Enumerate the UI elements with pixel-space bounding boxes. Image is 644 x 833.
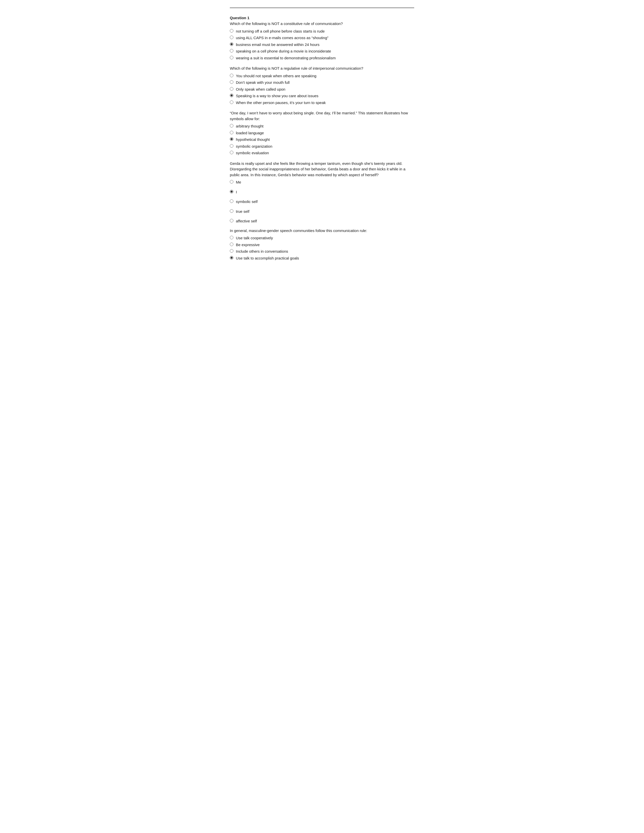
question1-section: Question 1 Which of the following is NOT…	[230, 16, 414, 61]
radio-button[interactable]	[230, 80, 233, 84]
question4-text: Gerda is really upset and she feels like…	[230, 161, 414, 178]
list-item[interactable]: true self	[230, 209, 414, 215]
radio-button[interactable]	[230, 249, 233, 252]
list-item[interactable]: Only speak when called upon	[230, 86, 414, 93]
radio-button[interactable]	[230, 219, 233, 222]
list-item[interactable]: Me	[230, 179, 414, 185]
radio-button[interactable]	[230, 74, 233, 77]
radio-button[interactable]	[230, 124, 233, 127]
list-item[interactable]: You should not speak when others are spe…	[230, 73, 414, 79]
option-text: Speaking is a way to show you care about…	[236, 93, 319, 99]
question2-options: You should not speak when others are spe…	[230, 73, 414, 106]
list-item[interactable]: not turning off a cell phone before clas…	[230, 28, 414, 35]
list-item[interactable]: symbolic self	[230, 199, 414, 205]
option-text: Only speak when called upon	[236, 87, 285, 92]
radio-button[interactable]	[230, 190, 233, 193]
option-text: Include others in conversations	[236, 249, 288, 254]
question1-text: Which of the following is NOT a constitu…	[230, 21, 414, 27]
option-text: business email must be answered within 2…	[236, 42, 319, 48]
list-item[interactable]: When the other person pauses, it’s your …	[230, 100, 414, 106]
list-item[interactable]: affective self	[230, 218, 414, 224]
option-text: Me	[236, 180, 241, 185]
option-text: symbolic evaluation	[236, 150, 269, 156]
list-item[interactable]: hypothetical thought	[230, 137, 414, 143]
list-item[interactable]: Use talk to accomplish practical goals	[230, 255, 414, 262]
radio-button[interactable]	[230, 42, 233, 46]
question3-text: “One day, I won’t have to worry about be…	[230, 110, 414, 122]
radio-button[interactable]	[230, 137, 233, 141]
list-item[interactable]: speaking on a cell phone during a movie …	[230, 48, 414, 55]
question5-section: In general, masculine-gender speech comm…	[230, 228, 414, 262]
radio-button[interactable]	[230, 29, 233, 32]
option-text: using ALL CAPS in e-mails comes across a…	[236, 35, 328, 41]
list-item[interactable]: Be expressive	[230, 242, 414, 248]
radio-button[interactable]	[230, 243, 233, 246]
radio-button[interactable]	[230, 94, 233, 97]
radio-button[interactable]	[230, 209, 233, 213]
radio-button[interactable]	[230, 56, 233, 60]
option-text: I	[236, 189, 237, 195]
option-text: Use talk cooperatively	[236, 235, 273, 241]
question4-options: MeIsymbolic selftrue selfaffective self	[230, 179, 414, 224]
question2-section: Which of the following is NOT a regulati…	[230, 66, 414, 106]
option-text: wearing a suit is essential to demonstra…	[236, 55, 336, 61]
list-item[interactable]: Don’t speak with your mouth full	[230, 79, 414, 86]
radio-button[interactable]	[230, 131, 233, 134]
option-text: speaking on a cell phone during a movie …	[236, 48, 331, 54]
list-item[interactable]: symbolic evaluation	[230, 150, 414, 156]
question5-text: In general, masculine-gender speech comm…	[230, 228, 414, 234]
page: Question 1 Which of the following is NOT…	[215, 0, 429, 281]
option-text: arbitrary thought	[236, 124, 263, 129]
list-item[interactable]: Include others in conversations	[230, 248, 414, 255]
radio-button[interactable]	[230, 199, 233, 203]
radio-button[interactable]	[230, 35, 233, 39]
question3-options: arbitrary thoughtloaded languagehypothet…	[230, 123, 414, 156]
radio-button[interactable]	[230, 100, 233, 104]
option-text: Be expressive	[236, 242, 259, 248]
question4-section: Gerda is really upset and she feels like…	[230, 161, 414, 224]
option-text: symbolic self	[236, 199, 258, 205]
option-text: loaded language	[236, 130, 264, 136]
radio-button[interactable]	[230, 151, 233, 154]
question3-section: “One day, I won’t have to worry about be…	[230, 110, 414, 156]
option-text: You should not speak when others are spe…	[236, 73, 316, 79]
list-item[interactable]: symbolic organization	[230, 143, 414, 150]
list-item[interactable]: wearing a suit is essential to demonstra…	[230, 55, 414, 61]
list-item[interactable]: arbitrary thought	[230, 123, 414, 130]
question1-options: not turning off a cell phone before clas…	[230, 28, 414, 61]
question1-label: Question 1	[230, 16, 414, 20]
radio-button[interactable]	[230, 236, 233, 239]
option-text: not turning off a cell phone before clas…	[236, 29, 325, 34]
option-text: affective self	[236, 218, 257, 224]
radio-button[interactable]	[230, 144, 233, 148]
option-text: Use talk to accomplish practical goals	[236, 256, 299, 261]
option-text: Don’t speak with your mouth full	[236, 80, 290, 85]
radio-button[interactable]	[230, 180, 233, 183]
question5-options: Use talk cooperativelyBe expressiveInclu…	[230, 235, 414, 261]
list-item[interactable]: using ALL CAPS in e-mails comes across a…	[230, 35, 414, 41]
radio-button[interactable]	[230, 256, 233, 259]
list-item[interactable]: I	[230, 189, 414, 195]
list-item[interactable]: Use talk cooperatively	[230, 235, 414, 241]
list-item[interactable]: business email must be answered within 2…	[230, 42, 414, 48]
top-border	[230, 8, 414, 8]
question2-text: Which of the following is NOT a regulati…	[230, 66, 414, 71]
list-item[interactable]: Speaking is a way to show you care about…	[230, 93, 414, 99]
radio-button[interactable]	[230, 49, 233, 53]
option-text: symbolic organization	[236, 144, 272, 150]
radio-button[interactable]	[230, 87, 233, 91]
option-text: hypothetical thought	[236, 137, 270, 143]
list-item[interactable]: loaded language	[230, 130, 414, 136]
option-text: true self	[236, 209, 249, 215]
option-text: When the other person pauses, it’s your …	[236, 100, 326, 106]
